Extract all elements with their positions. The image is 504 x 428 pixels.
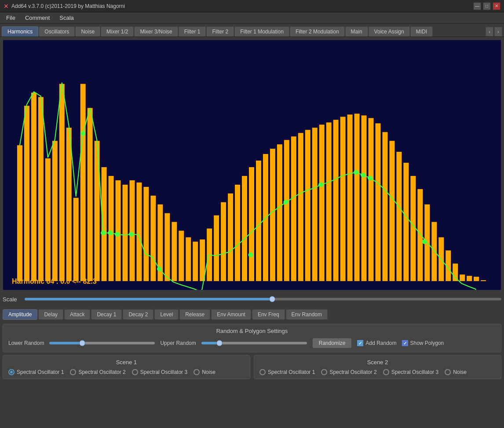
tab-scroll-right[interactable]: › <box>494 27 502 37</box>
scene1-noise[interactable]: Noise <box>194 369 215 375</box>
scale-slider[interactable] <box>25 298 501 300</box>
tab-mixer3noise[interactable]: Mixer 3/Noise <box>134 26 178 37</box>
svg-rect-16 <box>123 185 128 281</box>
scene2-osc1-label: Spectral Oscillator 1 <box>268 369 315 375</box>
svg-rect-47 <box>340 117 346 281</box>
svg-rect-46 <box>333 120 339 281</box>
tab-voiceassign[interactable]: Voice Assign <box>369 26 410 37</box>
upper-random-label: Upper Random <box>160 340 196 346</box>
svg-rect-38 <box>277 144 282 281</box>
scene1-osc1-label: Spectral Oscillator 1 <box>17 369 64 375</box>
tab-filter1mod[interactable]: Filter 1 Modulation <box>234 26 289 37</box>
scene1-osc3-label: Spectral Oscillator 3 <box>140 369 187 375</box>
scene2-osc2-radio <box>321 369 327 375</box>
scene1-noise-radio <box>194 369 200 375</box>
svg-rect-67 <box>481 280 486 281</box>
scene2-panel: Scene 2 Spectral Oscillator 1 Spectral O… <box>254 355 501 379</box>
upper-random-slider[interactable] <box>201 342 307 344</box>
subtab-envamount[interactable]: Env Amount <box>211 309 251 320</box>
subtab-release[interactable]: Release <box>179 309 210 320</box>
scene2-osc3-label: Spectral Oscillator 3 <box>391 369 438 375</box>
menu-file[interactable]: File <box>2 14 20 22</box>
titlebar: ✕ Add64 v.3.7.0 (c)2011-2019 by Matthias… <box>0 0 504 12</box>
svg-rect-54 <box>389 141 394 281</box>
subtab-attack[interactable]: Attack <box>64 309 90 320</box>
tab-mixer12[interactable]: Mixer 1/2 <box>101 26 134 37</box>
harmonics-chart[interactable]: Harmonic 64 : 0.0 <-- 82.3 <box>3 40 501 290</box>
svg-rect-44 <box>319 124 325 281</box>
show-polygon-checkbox[interactable]: ✓ <box>402 340 408 346</box>
menu-scala[interactable]: Scala <box>55 14 78 22</box>
show-polygon-group: ✓ Show Polygon <box>402 340 444 346</box>
scene2-noise[interactable]: Noise <box>445 369 467 375</box>
maximize-button[interactable]: □ <box>483 2 491 10</box>
menubar: File Comment Scala <box>0 12 504 24</box>
scene2-osc3-radio <box>383 369 389 375</box>
svg-rect-66 <box>474 277 479 281</box>
tab-oscillators[interactable]: Oscillators <box>39 26 75 37</box>
svg-rect-22 <box>164 213 170 281</box>
scene2-osc2[interactable]: Spectral Oscillator 2 <box>321 369 376 375</box>
svg-rect-63 <box>453 263 458 281</box>
subtab-decay2[interactable]: Decay 2 <box>123 309 153 320</box>
add-random-checkbox[interactable]: ✓ <box>357 340 363 346</box>
svg-rect-17 <box>129 180 135 281</box>
subtab-decay1[interactable]: Decay 1 <box>91 309 122 320</box>
svg-rect-10 <box>80 84 86 281</box>
show-polygon-label: Show Polygon <box>410 340 444 346</box>
tab-scroll-left[interactable]: ‹ <box>486 27 493 37</box>
svg-rect-14 <box>109 176 114 281</box>
svg-point-68 <box>81 131 85 135</box>
svg-rect-43 <box>312 128 318 281</box>
svg-point-72 <box>129 232 133 236</box>
scene2-noise-label: Noise <box>453 369 467 375</box>
subtab-envrandom[interactable]: Env Random <box>286 309 328 320</box>
scene1-title: Scene 1 <box>8 359 245 366</box>
tab-harmonics[interactable]: Harmonics <box>2 26 38 37</box>
svg-rect-4 <box>38 97 44 282</box>
scene2-osc1[interactable]: Spectral Oscillator 1 <box>259 369 315 375</box>
svg-rect-7 <box>59 84 65 281</box>
svg-rect-50 <box>362 115 367 281</box>
minimize-button[interactable]: — <box>473 2 481 10</box>
menu-comment[interactable]: Comment <box>21 14 54 22</box>
scene1-osc2-label: Spectral Oscillator 2 <box>78 369 125 375</box>
tab-filter2mod[interactable]: Filter 2 Modulation <box>290 26 345 37</box>
scene1-osc2[interactable]: Spectral Oscillator 2 <box>70 369 125 375</box>
tab-filter2[interactable]: Filter 2 <box>206 26 234 37</box>
svg-point-73 <box>157 267 161 271</box>
svg-rect-39 <box>284 140 289 281</box>
tab-scroll: ‹ › <box>486 27 502 37</box>
svg-rect-32 <box>235 185 240 281</box>
svg-rect-24 <box>179 230 184 281</box>
randomize-button[interactable]: Randomize <box>312 338 352 348</box>
svg-rect-25 <box>186 237 191 281</box>
close-button[interactable]: ✕ <box>493 2 500 10</box>
subtab-envfreq[interactable]: Env Freq <box>252 309 285 320</box>
svg-point-78 <box>354 170 358 175</box>
svg-rect-27 <box>200 239 205 281</box>
lower-random-label: Lower Random <box>8 340 44 346</box>
tab-filter1[interactable]: Filter 1 <box>179 26 206 37</box>
scene2-osc2-label: Spectral Oscillator 2 <box>329 369 376 375</box>
subtab-amplitude[interactable]: Amplitude <box>3 309 37 320</box>
scene2-osc1-radio <box>259 369 266 375</box>
scene1-osc3[interactable]: Spectral Oscillator 3 <box>132 369 187 375</box>
svg-rect-34 <box>249 167 254 281</box>
svg-rect-65 <box>467 276 472 281</box>
lower-random-slider[interactable] <box>49 342 155 344</box>
svg-rect-60 <box>431 222 437 282</box>
tab-main[interactable]: Main <box>345 26 368 37</box>
chart-svg <box>3 40 501 290</box>
content: Harmonic 64 : 0.0 <-- 82.3 Scale Amplitu… <box>0 37 504 382</box>
svg-rect-1 <box>17 145 22 281</box>
subtab-level[interactable]: Level <box>154 309 179 320</box>
subtab-delay[interactable]: Delay <box>38 309 63 320</box>
scene1-osc1[interactable]: Spectral Oscillator 1 <box>8 369 64 375</box>
svg-rect-40 <box>291 136 296 281</box>
tab-midi[interactable]: MIDI <box>410 26 433 37</box>
scene1-options: Spectral Oscillator 1 Spectral Oscillato… <box>8 369 245 375</box>
scene2-osc3[interactable]: Spectral Oscillator 3 <box>383 369 438 375</box>
tab-noise[interactable]: Noise <box>75 26 100 37</box>
svg-point-69 <box>101 230 106 235</box>
